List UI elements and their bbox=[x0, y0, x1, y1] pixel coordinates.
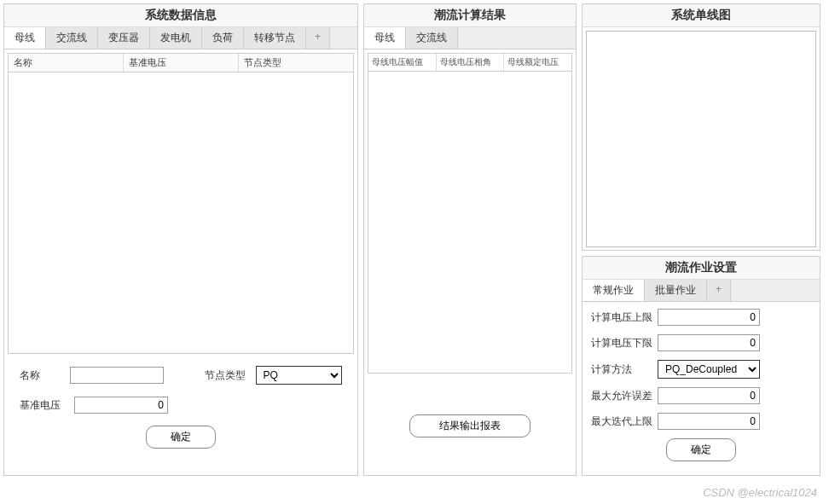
results-table-header: 母线电压幅值 母线电压相角 母线额定电压 bbox=[368, 53, 572, 72]
tab-add[interactable]: + bbox=[306, 27, 330, 49]
name-input[interactable] bbox=[70, 367, 164, 384]
node-type-label: 节点类型 bbox=[205, 368, 248, 383]
iter-input[interactable] bbox=[658, 413, 760, 430]
single-line-diagram-panel: 系统单线图 bbox=[582, 3, 820, 251]
tol-label: 最大允许误差 bbox=[591, 389, 658, 403]
system-data-table-header: 名称 基准电压 节点类型 bbox=[8, 53, 354, 72]
watermark: CSDN @electrical1024 bbox=[703, 486, 817, 499]
job-settings-title: 潮流作业设置 bbox=[583, 257, 820, 280]
v-upper-input[interactable] bbox=[658, 309, 760, 326]
tab-load[interactable]: 负荷 bbox=[202, 27, 244, 49]
single-line-diagram-canvas[interactable] bbox=[586, 31, 816, 247]
system-data-form: 名称 节点类型 PQ 基准电压 确定 bbox=[4, 357, 357, 466]
base-voltage-label: 基准电压 bbox=[20, 398, 67, 413]
job-settings-form: 计算电压上限 计算电压下限 计算方法 PQ_DeCoupled 最大允许误差 最… bbox=[583, 302, 820, 475]
col-v-angle: 母线电压相角 bbox=[437, 54, 505, 71]
col-v-mag: 母线电压幅值 bbox=[368, 54, 437, 71]
tab-transformer[interactable]: 变压器 bbox=[98, 27, 150, 49]
results-tabs: 母线 交流线 bbox=[364, 27, 576, 49]
results-actions: 结果输出报表 bbox=[364, 377, 576, 475]
system-data-panel: 系统数据信息 母线 交流线 变压器 发电机 负荷 转移节点 + 名称 基准电压 … bbox=[3, 3, 358, 476]
job-settings-submit-button[interactable]: 确定 bbox=[666, 438, 736, 461]
results-panel: 潮流计算结果 母线 交流线 母线电压幅值 母线电压相角 母线额定电压 结果输出报… bbox=[363, 3, 577, 476]
col-node-type: 节点类型 bbox=[239, 54, 353, 72]
tab-job-add[interactable]: + bbox=[707, 280, 731, 301]
v-upper-label: 计算电压上限 bbox=[591, 310, 658, 325]
tab-regular-job[interactable]: 常规作业 bbox=[583, 280, 645, 301]
system-data-submit-button[interactable]: 确定 bbox=[146, 426, 216, 449]
tab-bus[interactable]: 母线 bbox=[4, 27, 46, 49]
method-select[interactable]: PQ_DeCoupled bbox=[658, 360, 760, 379]
node-type-select[interactable]: PQ bbox=[256, 366, 343, 385]
results-tab-bus[interactable]: 母线 bbox=[364, 27, 406, 49]
tab-ac-line[interactable]: 交流线 bbox=[46, 27, 98, 49]
single-line-diagram-title: 系统单线图 bbox=[583, 4, 820, 27]
col-v-rated: 母线额定电压 bbox=[504, 54, 571, 71]
v-lower-input[interactable] bbox=[658, 334, 760, 351]
export-report-button[interactable]: 结果输出报表 bbox=[409, 414, 530, 437]
system-data-title: 系统数据信息 bbox=[4, 4, 357, 27]
tab-batch-job[interactable]: 批量作业 bbox=[645, 280, 707, 301]
results-tab-ac-line[interactable]: 交流线 bbox=[406, 27, 458, 49]
iter-label: 最大迭代上限 bbox=[591, 414, 658, 429]
name-label: 名称 bbox=[20, 368, 63, 383]
col-name: 名称 bbox=[9, 54, 124, 72]
job-settings-tabs: 常规作业 批量作业 + bbox=[583, 280, 820, 302]
tol-input[interactable] bbox=[658, 387, 760, 404]
col-base-voltage: 基准电压 bbox=[124, 54, 239, 72]
system-data-table-body[interactable] bbox=[8, 72, 354, 354]
tab-transfer-node[interactable]: 转移节点 bbox=[244, 27, 306, 49]
base-voltage-input[interactable] bbox=[74, 397, 168, 414]
results-title: 潮流计算结果 bbox=[364, 4, 576, 27]
results-table-body[interactable] bbox=[368, 72, 572, 374]
v-lower-label: 计算电压下限 bbox=[591, 336, 658, 350]
tab-generator[interactable]: 发电机 bbox=[150, 27, 202, 49]
system-data-tabs: 母线 交流线 变压器 发电机 负荷 转移节点 + bbox=[4, 27, 357, 49]
method-label: 计算方法 bbox=[591, 362, 658, 377]
job-settings-panel: 潮流作业设置 常规作业 批量作业 + 计算电压上限 计算电压下限 计算方法 PQ… bbox=[582, 256, 820, 476]
